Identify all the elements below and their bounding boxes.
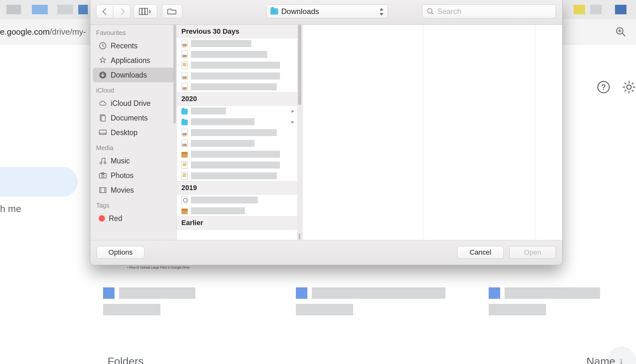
text-file-icon	[181, 61, 188, 69]
updown-chevron-icon	[379, 7, 384, 17]
file-row[interactable]	[177, 170, 297, 181]
sidebar-section-tags: Tags	[90, 197, 177, 211]
path-selector[interactable]: Downloads	[266, 4, 388, 18]
sidebar-item-documents[interactable]: Documents	[93, 111, 174, 125]
sidebar-section-icloud: iCloud	[90, 82, 177, 96]
group-header: Previous 30 Days	[177, 25, 297, 38]
sidebar-item-label: Downloads	[111, 71, 147, 79]
options-button[interactable]: Options	[97, 246, 144, 259]
arrow-down-icon: ↓	[619, 355, 624, 364]
text-file-icon	[181, 172, 188, 180]
zoom-icon[interactable]	[615, 26, 626, 38]
svg-line-11	[625, 83, 626, 84]
file-row[interactable]	[177, 149, 297, 160]
path-label: Downloads	[281, 7, 319, 16]
sidebar-item-tag-red[interactable]: Red	[93, 211, 174, 226]
folders-heading: Folders	[108, 355, 143, 364]
sidebar-item-desktop[interactable]: Desktop	[93, 125, 174, 140]
open-file-dialog: Downloads Favourites Recents Application…	[90, 0, 563, 265]
svg-rect-24	[99, 130, 106, 134]
disk-image-file-icon	[181, 196, 188, 204]
sidebar-item-label: Photos	[111, 171, 134, 180]
settings-gear-icon[interactable]	[622, 80, 636, 94]
group-header: 2019	[177, 181, 297, 195]
film-icon	[99, 186, 107, 194]
search-icon	[427, 8, 434, 15]
svg-point-18	[428, 9, 432, 13]
cloud-icon	[99, 99, 107, 107]
svg-line-13	[625, 90, 626, 92]
file-row[interactable]	[177, 195, 297, 205]
chevron-right-icon: ▸	[291, 118, 294, 125]
file-row[interactable]	[177, 160, 297, 170]
image-file-icon	[181, 72, 188, 80]
folder-icon	[167, 8, 177, 15]
nav-back-button[interactable]	[96, 4, 113, 18]
svg-line-19	[431, 12, 433, 14]
sidebar-item-music[interactable]: Music	[93, 154, 174, 168]
svg-line-12	[632, 90, 633, 92]
folder-row[interactable]: ▸	[177, 106, 297, 116]
sidebar-scrollbar[interactable]	[173, 25, 177, 240]
column-resize-handle[interactable]: ||	[298, 233, 300, 239]
image-file-icon	[181, 129, 188, 136]
svg-rect-23	[101, 116, 105, 121]
file-row[interactable]	[177, 49, 297, 60]
file-row[interactable]	[177, 38, 297, 49]
svg-rect-16	[142, 8, 145, 15]
file-row[interactable]	[177, 205, 297, 216]
svg-rect-28	[101, 173, 104, 174]
file-row[interactable]	[177, 60, 297, 71]
svg-rect-29	[100, 188, 106, 193]
search-input[interactable]	[437, 7, 551, 16]
svg-point-27	[101, 175, 104, 177]
file-row[interactable]	[177, 138, 297, 149]
address-bar[interactable]: e.google.com/drive/my-	[0, 27, 86, 37]
sidebar-item-label: Recents	[111, 42, 137, 50]
chevron-left-icon	[102, 8, 107, 15]
file-row[interactable]	[177, 71, 297, 81]
dialog-footer: Options Cancel Open	[90, 240, 562, 265]
downloads-icon	[99, 71, 107, 79]
svg-rect-17	[145, 8, 148, 15]
list-scrollbar[interactable]	[298, 25, 302, 127]
documents-icon	[99, 114, 107, 122]
view-mode-button[interactable]	[134, 4, 157, 18]
folder-row[interactable]: ▸	[177, 116, 297, 127]
clock-icon	[99, 42, 107, 50]
file-list-column: Previous 30 Days 2020 ▸ ▸ 2019 Earlier |…	[177, 25, 298, 240]
sidebar-item-downloads[interactable]: Downloads	[93, 68, 174, 82]
svg-line-14	[632, 83, 633, 84]
group-button[interactable]	[162, 4, 182, 18]
downloads-folder-icon	[270, 8, 278, 15]
sidebar-item-photos[interactable]: Photos	[93, 168, 174, 183]
sidebar-item-icloud-drive[interactable]: iCloud Drive	[93, 96, 174, 111]
sidebar-item-recents[interactable]: Recents	[93, 38, 174, 53]
columns-icon	[139, 8, 152, 15]
sidebar-item-label: Movies	[111, 186, 134, 195]
nav-forward-button	[113, 4, 130, 18]
column-3-empty	[423, 25, 535, 240]
sidebar-item-label: Desktop	[111, 128, 137, 137]
drive-nav-selected[interactable]	[0, 167, 78, 197]
image-file-icon	[181, 51, 188, 58]
help-icon[interactable]: ?	[597, 80, 611, 94]
package-file-icon	[181, 152, 188, 158]
sidebar-item-label: Red	[109, 214, 122, 223]
cancel-button[interactable]: Cancel	[457, 246, 504, 259]
image-file-icon	[181, 140, 188, 147]
file-row[interactable]	[177, 81, 297, 92]
file-row[interactable]	[177, 127, 297, 138]
sidebar-item-label: Documents	[111, 114, 148, 122]
sidebar-section-media: Media	[90, 140, 177, 154]
sidebar: Favourites Recents Applications Download…	[90, 25, 177, 240]
applications-icon	[99, 56, 107, 65]
dialog-toolbar: Downloads	[90, 0, 562, 25]
search-field[interactable]	[422, 4, 556, 18]
sidebar-item-applications[interactable]: Applications	[93, 53, 174, 68]
group-header: Earlier	[177, 216, 297, 230]
sidebar-item-label: Applications	[111, 56, 150, 65]
desktop-icon	[99, 128, 107, 137]
sidebar-item-movies[interactable]: Movies	[93, 183, 174, 197]
sort-by-name[interactable]: Name↓	[586, 355, 624, 364]
